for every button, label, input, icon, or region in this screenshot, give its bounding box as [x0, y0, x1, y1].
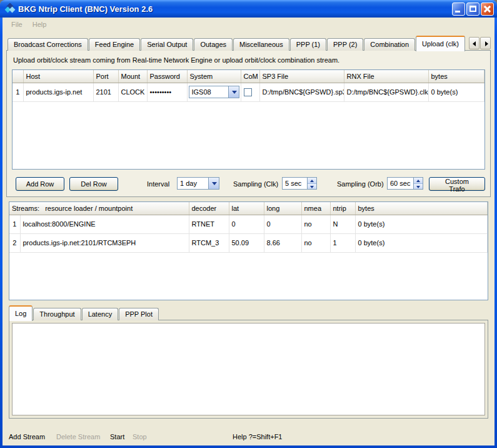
spinner-up-icon[interactable]	[414, 178, 423, 183]
cell-nmea: no	[301, 233, 330, 252]
dropdown-arrow-icon[interactable]	[228, 86, 239, 98]
sampling-orb-label: Sampling (Orb)	[337, 177, 384, 191]
upload-controls: Add Row Del Row Interval 1 day Sampling …	[7, 177, 490, 192]
spinner-up-icon[interactable]	[308, 178, 316, 183]
minimize-button[interactable]	[452, 3, 465, 16]
upload-clk-panel: Upload orbit/clock stream coming from Re…	[6, 50, 491, 197]
cell-decoder[interactable]: RTNET	[189, 215, 229, 233]
cell-mount[interactable]: CLOCK	[118, 83, 147, 101]
tab-broadcast-corrections[interactable]: Broadcast Corrections	[8, 38, 88, 51]
cell-host[interactable]: products.igs-ip.net	[23, 83, 93, 101]
spinner-down-icon[interactable]	[414, 183, 423, 190]
tab-latency[interactable]: Latency	[82, 308, 119, 320]
main-tab-bar: Broadcast Corrections Feed Engine Serial…	[8, 35, 469, 51]
sampling-orb-spinner[interactable]: 60 sec	[387, 177, 423, 190]
cell-stream-bytes: 0 byte(s)	[355, 215, 488, 233]
log-output[interactable]	[12, 323, 485, 415]
col-mount: Mount	[118, 70, 147, 83]
custom-trafo-button[interactable]: Custom Trafo	[429, 177, 485, 191]
add-stream-button[interactable]: Add Stream	[9, 433, 45, 440]
start-button[interactable]: Start	[110, 433, 124, 440]
col-sp3: SP3 File	[259, 70, 344, 83]
col-port: Port	[93, 70, 118, 83]
cell-sp3-file[interactable]: D:/tmp/BNC${GPSWD}.sp3	[259, 83, 344, 101]
menu-bar: File Help	[3, 18, 494, 31]
interval-label: Interval	[147, 177, 169, 191]
col-host: Host	[23, 70, 93, 83]
com-checkbox[interactable]	[244, 88, 252, 96]
stop-button[interactable]: Stop	[133, 433, 147, 440]
col-ntrip: ntrip	[330, 202, 355, 215]
tab-ppp-plot[interactable]: PPP Plot	[119, 308, 159, 320]
footer-bar: Add Stream Delete Stream Start Stop Help…	[9, 433, 488, 444]
stream-row[interactable]: 1 localhost:8000/ENGINE RTNET 0 0 no N 0…	[9, 215, 488, 233]
col-system: System	[187, 70, 241, 83]
cell-rnx-file[interactable]: D:/tmp/BNC${GPSWD}.clk	[344, 83, 428, 101]
tab-throughput[interactable]: Throughput	[33, 308, 81, 320]
tab-scroll-right-button[interactable]	[480, 37, 491, 49]
stream-row[interactable]: 2 products.igs-ip.net:2101/RTCM3EPH RTCM…	[9, 233, 488, 252]
bottom-tab-bar: Log Throughput Latency PPP Plot	[9, 307, 159, 320]
upload-table-row: 1 products.igs-ip.net 2101 CLOCK •••••••…	[13, 83, 484, 101]
dropdown-arrow-icon[interactable]	[208, 178, 219, 189]
minimize-icon	[455, 11, 460, 13]
tab-outages[interactable]: Outages	[194, 38, 233, 51]
col-password: Password	[147, 70, 187, 83]
menu-file[interactable]: File	[6, 19, 28, 29]
col-nmea: nmea	[301, 202, 330, 215]
upload-table: Host Port Mount Password System CoM SP3 …	[12, 69, 485, 170]
cell-mountpoint[interactable]: products.igs-ip.net:2101/RTCM3EPH	[20, 233, 189, 252]
right-arrow-icon	[485, 41, 488, 46]
help-hint: Help ?=Shift+F1	[233, 433, 283, 440]
streams-table: Streams: resource loader / mountpoint de…	[9, 201, 488, 300]
cell-nmea: no	[301, 215, 330, 233]
app-window: BKG Ntrip Client (BNC) Version 2.6 File …	[0, 0, 497, 448]
tab-upload-clk[interactable]: Upload (clk)	[416, 36, 465, 51]
row-index: 1	[13, 83, 23, 101]
tab-ppp-1[interactable]: PPP (1)	[290, 38, 326, 51]
close-button[interactable]	[481, 3, 494, 16]
col-decoder: decoder	[189, 202, 229, 215]
tab-combination[interactable]: Combination	[364, 38, 415, 51]
cell-lat[interactable]: 50.09	[229, 233, 264, 252]
cell-decoder[interactable]: RTCM_3	[189, 233, 229, 252]
col-stream-bytes: bytes	[355, 202, 488, 215]
tab-ppp-2[interactable]: PPP (2)	[327, 38, 363, 51]
add-row-button[interactable]: Add Row	[16, 177, 64, 191]
col-com: CoM	[241, 70, 259, 83]
col-long: long	[264, 202, 301, 215]
col-streams-mountpoint: Streams: resource loader / mountpoint	[9, 202, 189, 215]
col-lat: lat	[229, 202, 264, 215]
cell-lat[interactable]: 0	[229, 215, 264, 233]
tab-feed-engine[interactable]: Feed Engine	[89, 38, 140, 51]
tab-scroll-left-button[interactable]	[469, 37, 479, 49]
sampling-clk-spinner[interactable]: 5 sec	[282, 177, 317, 190]
maximize-button[interactable]	[466, 3, 479, 16]
cell-stream-bytes: 0 byte(s)	[355, 233, 488, 252]
tab-miscellaneous[interactable]: Miscellaneous	[233, 38, 289, 51]
cell-ntrip: N	[330, 215, 355, 233]
col-bytes: bytes	[428, 70, 484, 83]
cell-password[interactable]: •••••••••	[147, 83, 187, 101]
interval-combobox[interactable]: 1 day	[177, 177, 219, 190]
maximize-icon	[469, 6, 476, 12]
menu-help[interactable]: Help	[28, 19, 52, 29]
delete-stream-button[interactable]: Delete Stream	[56, 433, 100, 440]
del-row-button[interactable]: Del Row	[69, 177, 118, 191]
cell-mountpoint[interactable]: localhost:8000/ENGINE	[20, 215, 189, 233]
client-area: File Help Broadcast Corrections Feed Eng…	[3, 18, 494, 445]
log-panel	[9, 320, 488, 419]
sampling-clk-label: Sampling (Clk)	[233, 177, 278, 191]
app-icon	[4, 3, 16, 14]
cell-long[interactable]: 0	[264, 215, 301, 233]
tab-serial-output[interactable]: Serial Output	[141, 38, 193, 51]
upload-description: Upload orbit/clock stream coming from Re…	[13, 56, 339, 64]
tab-log[interactable]: Log	[9, 305, 33, 321]
spinner-down-icon[interactable]	[308, 183, 316, 190]
title-bar[interactable]: BKG Ntrip Client (BNC) Version 2.6	[0, 0, 497, 18]
system-combobox[interactable]: IGS08	[189, 86, 239, 98]
cell-long[interactable]: 8.66	[264, 233, 301, 252]
window-title: BKG Ntrip Client (BNC) Version 2.6	[18, 4, 451, 14]
left-arrow-icon	[473, 41, 476, 46]
cell-port[interactable]: 2101	[93, 83, 118, 101]
